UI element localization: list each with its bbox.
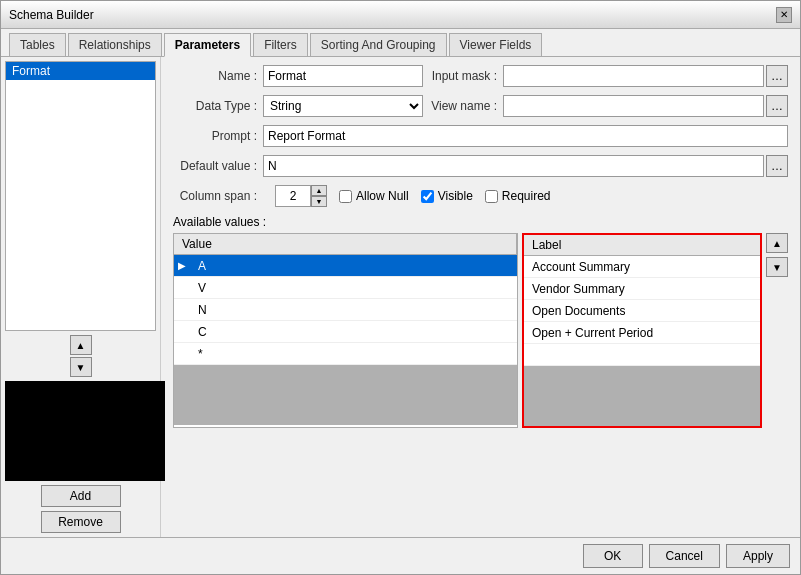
input-mask-input[interactable]: [503, 65, 764, 87]
list-item-format[interactable]: Format: [6, 62, 155, 80]
tab-tables[interactable]: Tables: [9, 33, 66, 56]
window-title: Schema Builder: [9, 8, 94, 22]
allow-null-checkbox-label[interactable]: Allow Null: [339, 189, 409, 203]
view-name-label: View name :: [423, 99, 503, 113]
cancel-button[interactable]: Cancel: [649, 544, 720, 568]
prompt-input[interactable]: [263, 125, 788, 147]
default-value-label: Default value :: [173, 159, 263, 173]
row-cell: N: [190, 301, 517, 319]
title-bar: Schema Builder ✕: [1, 1, 800, 29]
arrow-buttons: ▲ ▼: [5, 335, 156, 377]
name-input[interactable]: [263, 65, 423, 87]
default-value-dots-button[interactable]: …: [766, 155, 788, 177]
row-arrow: ▶: [174, 260, 190, 271]
prompt-label: Prompt :: [173, 129, 263, 143]
row-cell: A: [190, 257, 517, 275]
visible-label: Visible: [438, 189, 473, 203]
spinner-buttons: ▲ ▼: [311, 185, 327, 207]
value-table-container: Value ▶ A V: [173, 233, 518, 428]
default-value-input[interactable]: [263, 155, 764, 177]
move-up-button[interactable]: ▲: [70, 335, 92, 355]
column-span-label: Column span :: [173, 189, 263, 203]
parameters-list[interactable]: Format: [5, 61, 156, 331]
preview-area: [5, 381, 165, 481]
move-down-button[interactable]: ▼: [70, 357, 92, 377]
value-table-header: Value: [174, 234, 517, 255]
value-column-header: Value: [174, 234, 517, 254]
label-row[interactable]: [524, 344, 760, 366]
required-checkbox[interactable]: [485, 190, 498, 203]
table-row[interactable]: *: [174, 343, 517, 365]
table-row[interactable]: N: [174, 299, 517, 321]
column-span-input[interactable]: [275, 185, 311, 207]
tab-relationships[interactable]: Relationships: [68, 33, 162, 56]
data-type-row: Data Type : String View name : …: [173, 95, 788, 117]
av-down-button[interactable]: ▼: [766, 257, 788, 277]
visible-checkbox-label[interactable]: Visible: [421, 189, 473, 203]
table-row[interactable]: ▶ A: [174, 255, 517, 277]
label-row[interactable]: Open Documents: [524, 300, 760, 322]
av-side-buttons: ▲ ▼: [766, 233, 788, 428]
tab-parameters[interactable]: Parameters: [164, 33, 251, 57]
gray-filler: [524, 366, 760, 426]
available-values-label: Available values :: [173, 215, 788, 229]
column-span-row: Column span : ▲ ▼ Allow Null Visible: [173, 185, 788, 207]
prompt-row: Prompt :: [173, 125, 788, 147]
av-table-wrap: Value ▶ A V: [173, 233, 788, 428]
tab-filters[interactable]: Filters: [253, 33, 308, 56]
add-button[interactable]: Add: [41, 485, 121, 507]
right-panel: Name : Input mask : … Data Type : String…: [161, 57, 800, 537]
label-table: Label Account Summary Vendor Summary Ope…: [522, 233, 762, 428]
tab-sorting[interactable]: Sorting And Grouping: [310, 33, 447, 56]
gray-filler: [174, 365, 517, 425]
input-mask-label: Input mask :: [423, 69, 503, 83]
label-row[interactable]: Open + Current Period: [524, 322, 760, 344]
name-label: Name :: [173, 69, 263, 83]
row-cell: *: [190, 345, 517, 363]
label-column-header: Label: [524, 235, 760, 256]
row-cell: V: [190, 279, 517, 297]
input-mask-dots-button[interactable]: …: [766, 65, 788, 87]
row-cell: C: [190, 323, 517, 341]
table-row[interactable]: C: [174, 321, 517, 343]
ok-button[interactable]: OK: [583, 544, 643, 568]
name-row: Name : Input mask : …: [173, 65, 788, 87]
table-row[interactable]: V: [174, 277, 517, 299]
remove-button[interactable]: Remove: [41, 511, 121, 533]
default-value-row: Default value : …: [173, 155, 788, 177]
left-panel: Format ▲ ▼ Add Remove: [1, 57, 161, 537]
required-checkbox-label[interactable]: Required: [485, 189, 551, 203]
footer: OK Cancel Apply: [1, 537, 800, 574]
main-content: Format ▲ ▼ Add Remove Name : Input mask …: [1, 57, 800, 537]
label-row[interactable]: Account Summary: [524, 256, 760, 278]
add-remove-buttons: Add Remove: [5, 481, 156, 533]
av-up-button[interactable]: ▲: [766, 233, 788, 253]
allow-null-label: Allow Null: [356, 189, 409, 203]
data-type-select[interactable]: String: [263, 95, 423, 117]
spinner-down-button[interactable]: ▼: [311, 196, 327, 207]
close-button[interactable]: ✕: [776, 7, 792, 23]
required-label: Required: [502, 189, 551, 203]
view-name-input[interactable]: [503, 95, 764, 117]
label-row[interactable]: Vendor Summary: [524, 278, 760, 300]
view-name-dots-button[interactable]: …: [766, 95, 788, 117]
allow-null-checkbox[interactable]: [339, 190, 352, 203]
data-type-label: Data Type :: [173, 99, 263, 113]
column-span-spinner: ▲ ▼: [275, 185, 327, 207]
available-values-section: Available values : Value ▶ A: [173, 215, 788, 428]
schema-builder-window: Schema Builder ✕ Tables Relationships Pa…: [0, 0, 801, 575]
tab-bar: Tables Relationships Parameters Filters …: [1, 29, 800, 57]
value-table: Value ▶ A V: [173, 233, 518, 428]
apply-button[interactable]: Apply: [726, 544, 790, 568]
tab-viewer[interactable]: Viewer Fields: [449, 33, 543, 56]
spinner-up-button[interactable]: ▲: [311, 185, 327, 196]
visible-checkbox[interactable]: [421, 190, 434, 203]
